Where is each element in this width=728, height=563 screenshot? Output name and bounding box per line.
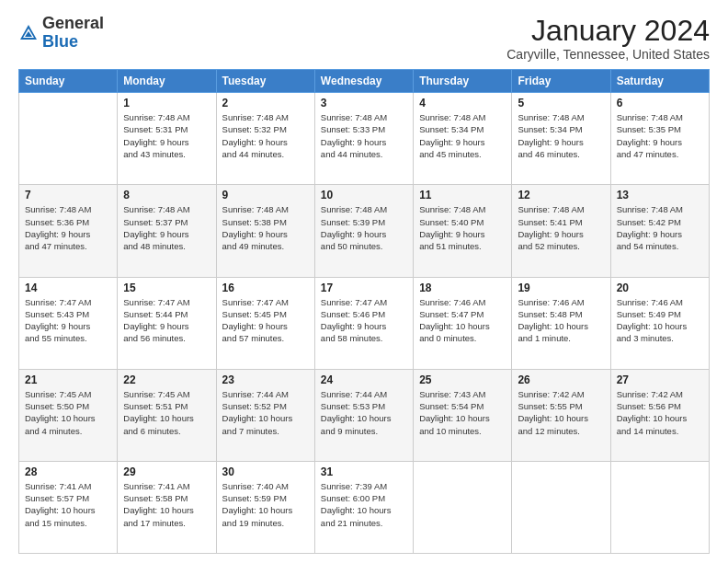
table-row: 14Sunrise: 7:47 AM Sunset: 5:43 PM Dayli… (19, 277, 118, 369)
table-row: 29Sunrise: 7:41 AM Sunset: 5:58 PM Dayli… (118, 461, 216, 553)
table-row: 6Sunrise: 7:48 AM Sunset: 5:35 PM Daylig… (610, 93, 709, 185)
calendar-table: Sunday Monday Tuesday Wednesday Thursday… (18, 69, 710, 554)
table-row: 7Sunrise: 7:48 AM Sunset: 5:36 PM Daylig… (19, 185, 118, 277)
day-info: Sunrise: 7:46 AM Sunset: 5:47 PM Dayligh… (419, 296, 506, 345)
logo-general: General (42, 14, 104, 32)
col-wednesday: Wednesday (314, 70, 413, 93)
col-sunday: Sunday (19, 70, 118, 93)
day-info: Sunrise: 7:47 AM Sunset: 5:43 PM Dayligh… (25, 296, 111, 345)
calendar-page: General Blue January 2024 Caryville, Ten… (0, 0, 728, 563)
logo-text: General Blue (42, 15, 104, 52)
day-info: Sunrise: 7:47 AM Sunset: 5:44 PM Dayligh… (123, 296, 210, 345)
day-number: 10 (321, 189, 407, 201)
day-number: 13 (617, 189, 703, 201)
day-number: 30 (222, 465, 309, 478)
day-info: Sunrise: 7:42 AM Sunset: 5:55 PM Dayligh… (518, 388, 604, 437)
table-row (19, 93, 118, 185)
table-row: 9Sunrise: 7:48 AM Sunset: 5:38 PM Daylig… (216, 185, 314, 277)
table-row: 21Sunrise: 7:45 AM Sunset: 5:50 PM Dayli… (19, 369, 118, 461)
day-info: Sunrise: 7:46 AM Sunset: 5:48 PM Dayligh… (518, 296, 604, 345)
day-number: 24 (321, 373, 407, 386)
table-row: 31Sunrise: 7:39 AM Sunset: 6:00 PM Dayli… (314, 461, 413, 553)
day-info: Sunrise: 7:45 AM Sunset: 5:50 PM Dayligh… (25, 388, 111, 437)
table-row: 19Sunrise: 7:46 AM Sunset: 5:48 PM Dayli… (512, 277, 610, 369)
day-number: 9 (222, 189, 309, 201)
table-row: 2Sunrise: 7:48 AM Sunset: 5:32 PM Daylig… (216, 93, 314, 185)
calendar-week-row: 28Sunrise: 7:41 AM Sunset: 5:57 PM Dayli… (19, 461, 710, 553)
day-info: Sunrise: 7:39 AM Sunset: 6:00 PM Dayligh… (321, 480, 407, 529)
table-row: 27Sunrise: 7:42 AM Sunset: 5:56 PM Dayli… (610, 369, 709, 461)
table-row: 10Sunrise: 7:48 AM Sunset: 5:39 PM Dayli… (314, 185, 413, 277)
day-info: Sunrise: 7:41 AM Sunset: 5:58 PM Dayligh… (123, 480, 210, 529)
day-number: 16 (222, 282, 309, 294)
day-info: Sunrise: 7:47 AM Sunset: 5:46 PM Dayligh… (321, 296, 407, 345)
day-number: 3 (321, 97, 407, 109)
table-row (414, 461, 512, 553)
day-number: 7 (25, 189, 111, 201)
table-row: 24Sunrise: 7:44 AM Sunset: 5:53 PM Dayli… (314, 369, 413, 461)
day-number: 4 (419, 97, 506, 109)
day-info: Sunrise: 7:48 AM Sunset: 5:35 PM Dayligh… (617, 111, 703, 160)
day-info: Sunrise: 7:48 AM Sunset: 5:37 PM Dayligh… (123, 203, 210, 252)
table-row: 26Sunrise: 7:42 AM Sunset: 5:55 PM Dayli… (512, 369, 610, 461)
calendar-week-row: 1Sunrise: 7:48 AM Sunset: 5:31 PM Daylig… (19, 93, 710, 185)
table-row: 1Sunrise: 7:48 AM Sunset: 5:31 PM Daylig… (118, 93, 216, 185)
day-info: Sunrise: 7:43 AM Sunset: 5:54 PM Dayligh… (419, 388, 506, 437)
day-number: 11 (419, 189, 506, 201)
calendar-week-row: 7Sunrise: 7:48 AM Sunset: 5:36 PM Daylig… (19, 185, 710, 277)
col-monday: Monday (118, 70, 216, 93)
table-row: 23Sunrise: 7:44 AM Sunset: 5:52 PM Dayli… (216, 369, 314, 461)
day-number: 5 (518, 97, 604, 109)
table-row: 4Sunrise: 7:48 AM Sunset: 5:34 PM Daylig… (414, 93, 512, 185)
calendar-week-row: 14Sunrise: 7:47 AM Sunset: 5:43 PM Dayli… (19, 277, 710, 369)
day-info: Sunrise: 7:48 AM Sunset: 5:42 PM Dayligh… (617, 203, 703, 252)
table-row: 3Sunrise: 7:48 AM Sunset: 5:33 PM Daylig… (314, 93, 413, 185)
location-subtitle: Caryville, Tennessee, United States (506, 47, 710, 62)
day-number: 6 (617, 97, 703, 109)
table-row: 25Sunrise: 7:43 AM Sunset: 5:54 PM Dayli… (414, 369, 512, 461)
day-info: Sunrise: 7:41 AM Sunset: 5:57 PM Dayligh… (25, 480, 111, 529)
header: General Blue January 2024 Caryville, Ten… (18, 15, 710, 62)
day-number: 31 (321, 465, 407, 478)
day-number: 12 (518, 189, 604, 201)
col-saturday: Saturday (610, 70, 709, 93)
table-row: 5Sunrise: 7:48 AM Sunset: 5:34 PM Daylig… (512, 93, 610, 185)
day-number: 20 (617, 282, 703, 294)
logo: General Blue (18, 15, 104, 52)
table-row (610, 461, 709, 553)
day-info: Sunrise: 7:48 AM Sunset: 5:40 PM Dayligh… (419, 203, 506, 252)
table-row (512, 461, 610, 553)
col-thursday: Thursday (414, 70, 512, 93)
logo-blue: Blue (42, 32, 78, 51)
table-row: 30Sunrise: 7:40 AM Sunset: 5:59 PM Dayli… (216, 461, 314, 553)
day-number: 17 (321, 282, 407, 294)
day-number: 15 (123, 282, 210, 294)
weekday-header-row: Sunday Monday Tuesday Wednesday Thursday… (19, 70, 710, 93)
day-info: Sunrise: 7:44 AM Sunset: 5:52 PM Dayligh… (222, 388, 309, 437)
day-info: Sunrise: 7:48 AM Sunset: 5:32 PM Dayligh… (222, 111, 309, 160)
day-number: 8 (123, 189, 210, 201)
day-info: Sunrise: 7:48 AM Sunset: 5:36 PM Dayligh… (25, 203, 111, 252)
table-row: 18Sunrise: 7:46 AM Sunset: 5:47 PM Dayli… (414, 277, 512, 369)
table-row: 28Sunrise: 7:41 AM Sunset: 5:57 PM Dayli… (19, 461, 118, 553)
day-number: 26 (518, 373, 604, 386)
table-row: 12Sunrise: 7:48 AM Sunset: 5:41 PM Dayli… (512, 185, 610, 277)
day-number: 27 (617, 373, 703, 386)
table-row: 8Sunrise: 7:48 AM Sunset: 5:37 PM Daylig… (118, 185, 216, 277)
day-info: Sunrise: 7:44 AM Sunset: 5:53 PM Dayligh… (321, 388, 407, 437)
day-info: Sunrise: 7:45 AM Sunset: 5:51 PM Dayligh… (123, 388, 210, 437)
col-friday: Friday (512, 70, 610, 93)
day-info: Sunrise: 7:48 AM Sunset: 5:33 PM Dayligh… (321, 111, 407, 160)
day-info: Sunrise: 7:48 AM Sunset: 5:39 PM Dayligh… (321, 203, 407, 252)
day-info: Sunrise: 7:48 AM Sunset: 5:34 PM Dayligh… (518, 111, 604, 160)
table-row: 22Sunrise: 7:45 AM Sunset: 5:51 PM Dayli… (118, 369, 216, 461)
logo-icon (18, 23, 39, 43)
day-info: Sunrise: 7:47 AM Sunset: 5:45 PM Dayligh… (222, 296, 309, 345)
day-number: 25 (419, 373, 506, 386)
table-row: 15Sunrise: 7:47 AM Sunset: 5:44 PM Dayli… (118, 277, 216, 369)
day-number: 28 (25, 465, 111, 478)
col-tuesday: Tuesday (216, 70, 314, 93)
day-number: 23 (222, 373, 309, 386)
day-number: 18 (419, 282, 506, 294)
table-row: 13Sunrise: 7:48 AM Sunset: 5:42 PM Dayli… (610, 185, 709, 277)
